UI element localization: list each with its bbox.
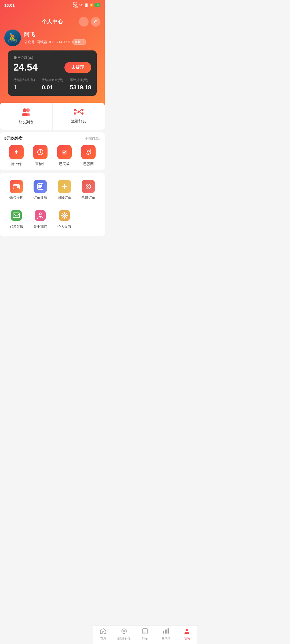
stat-total-withdrawn-label: 累计提现(元) [70, 78, 91, 82]
user-public-account: 公众号: 同城惠 [24, 40, 47, 45]
content-area: 好友列表 邀请好友 [0, 103, 105, 236]
order-rejected-label: 已驳回 [83, 162, 94, 166]
avatar-emoji: 🚴 [7, 33, 18, 43]
svg-point-7 [74, 112, 76, 115]
order-completed[interactable]: 已完成 [57, 145, 72, 166]
stat-pending-commission: 待结算佣金(元) 0.01 [42, 78, 63, 91]
svg-marker-13 [15, 150, 18, 154]
stat-pending-orders-value: 1 [13, 84, 35, 91]
menu-city-orders[interactable]: 同城订单 [52, 175, 77, 204]
svg-point-0 [23, 108, 27, 112]
menu-wallet-withdraw-label: 钱包提现 [9, 195, 23, 200]
menu-wallet-withdraw[interactable]: 钱包提现 [4, 175, 28, 204]
menu-grid: 钱包提现 订单业绩 [4, 175, 100, 233]
balance-stats: 待结算订单(单) 1 待结算佣金(元) 0.01 累计提现(元) 5319.18 [13, 78, 91, 91]
user-profile: 🚴 阿飞 公众号: 同城惠 ID: 92142653 复制ID [4, 30, 100, 46]
menu-settings-label: 个人设置 [57, 224, 71, 229]
stat-pending-commission-value: 0.01 [42, 84, 63, 91]
svg-point-21 [18, 187, 19, 188]
menu-settings[interactable]: 个人设置 [52, 204, 77, 233]
more-button[interactable]: ··· [79, 17, 89, 27]
orders-section: 5元吃外卖 全部订单 › 待上传 [0, 132, 105, 170]
svg-point-1 [26, 108, 30, 112]
menu-customer-service[interactable]: 召唤客服 [4, 204, 28, 233]
menu-about-us-label: 关于我们 [33, 224, 47, 229]
chevron-right-icon: › [99, 137, 100, 141]
orders-more-link[interactable]: 全部订单 › [85, 136, 100, 141]
stat-pending-commission-label: 待结算佣金(元) [42, 78, 63, 82]
menu-customer-service-label: 召唤客服 [9, 224, 23, 229]
order-pending-upload[interactable]: 待上传 [9, 145, 24, 166]
svg-line-12 [80, 112, 81, 113]
status-bar: 16:01 320KB/s 5G ▐▌ 🛜 33 [0, 0, 105, 9]
svg-line-16 [40, 152, 41, 153]
svg-point-43 [40, 213, 41, 215]
avatar: 🚴 [4, 30, 21, 46]
user-info: 阿飞 公众号: 同城惠 ID: 92142653 复制ID [24, 31, 100, 45]
header-actions: ··· ⊙ [79, 17, 100, 27]
menu-section: 钱包提现 订单业绩 [0, 173, 105, 236]
menu-city-orders-label: 同城订单 [57, 195, 71, 200]
user-name: 阿飞 [24, 31, 100, 38]
svg-rect-39 [11, 210, 22, 221]
balance-label: 账户余额(元) [13, 55, 91, 60]
balance-row: 24.54 去提现 [13, 62, 91, 73]
header-title-row: 个人中心 ··· ⊙ [4, 18, 100, 25]
user-id: ID: 92142653 [49, 40, 70, 44]
svg-point-44 [40, 217, 41, 218]
invite-friends-item[interactable]: 邀请好友 [53, 103, 105, 130]
svg-point-4 [78, 111, 80, 113]
status-time: 16:01 [4, 3, 15, 8]
svg-point-36 [88, 186, 89, 187]
svg-point-47 [64, 215, 65, 216]
friends-list-icon [21, 108, 31, 118]
svg-rect-41 [35, 210, 46, 221]
scan-button[interactable]: ⊙ [91, 17, 100, 27]
network-type: 5G [79, 3, 83, 7]
stat-total-withdrawn-value: 5319.18 [70, 84, 91, 91]
menu-movie-orders[interactable]: 电影订单 [77, 175, 101, 204]
friends-section: 好友列表 邀请好友 [0, 103, 105, 130]
menu-movie-orders-label: 电影订单 [81, 195, 95, 200]
network-speed: 320KB/s [73, 2, 78, 8]
svg-line-10 [80, 110, 81, 111]
svg-point-32 [62, 186, 63, 187]
status-icons: 320KB/s 5G ▐▌ 🛜 33 [73, 2, 100, 8]
order-reviewing[interactable]: 审核中 [33, 145, 48, 166]
friends-list-item[interactable]: 好友列表 [0, 103, 53, 130]
svg-point-5 [74, 109, 76, 111]
order-pending-upload-label: 待上传 [11, 162, 21, 166]
battery-icon: 33 [95, 3, 100, 7]
order-completed-label: 已完成 [59, 162, 70, 166]
svg-line-9 [76, 110, 78, 111]
stat-total-withdrawn: 累计提现(元) 5319.18 [70, 78, 91, 91]
menu-about-us[interactable]: 关于我们 [28, 204, 53, 233]
svg-point-8 [81, 112, 84, 115]
orders-header: 5元吃外卖 全部订单 › [4, 136, 100, 141]
order-rejected[interactable]: 已驳回 [81, 145, 96, 166]
stat-pending-orders: 待结算订单(单) 1 [13, 78, 35, 91]
order-icons-row: 待上传 审核中 [4, 145, 100, 166]
withdraw-button[interactable]: 去提现 [64, 62, 91, 73]
svg-point-6 [81, 109, 84, 111]
svg-line-11 [76, 112, 78, 113]
svg-point-33 [65, 186, 67, 187]
svg-point-31 [64, 188, 65, 189]
header-section: 个人中心 ··· ⊙ 🚴 阿飞 公众号: 同城惠 ID [0, 0, 105, 105]
order-reviewing-label: 审核中 [35, 162, 46, 166]
signal-icon: ▐▌ [84, 3, 89, 7]
orders-title: 5元吃外卖 [4, 136, 23, 141]
balance-amount: 24.54 [13, 62, 38, 73]
menu-order-performance-label: 订单业绩 [33, 195, 47, 200]
stat-pending-orders-label: 待结算订单(单) [13, 78, 35, 82]
invite-friends-label: 邀请好友 [71, 119, 86, 124]
menu-order-performance[interactable]: 订单业绩 [28, 175, 53, 204]
friends-list-label: 好友列表 [19, 120, 34, 125]
balance-card: 账户余额(元) 24.54 去提现 待结算订单(单) 1 待结算佣金(元) 0.… [8, 50, 97, 96]
scan-icon: ⊙ [94, 19, 98, 25]
avatar-image: 🚴 [4, 30, 21, 46]
page-title: 个人中心 [42, 18, 63, 25]
wifi-icon: 🛜 [90, 3, 93, 7]
copy-id-button[interactable]: 复制ID [72, 39, 86, 45]
invite-friends-icon [74, 108, 84, 117]
